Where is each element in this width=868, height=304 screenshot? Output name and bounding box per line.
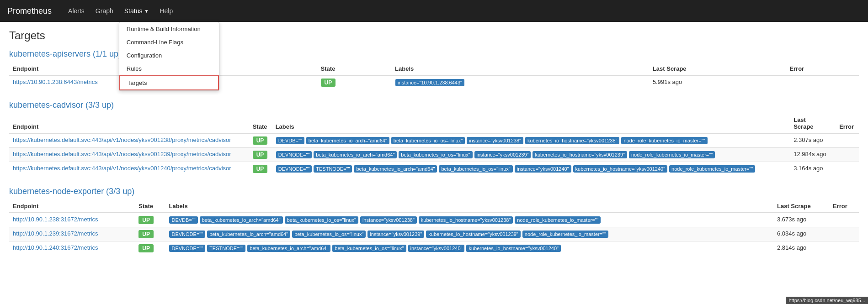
endpoint-link[interactable]: https://kubernetes.default.svc:443/api/v… bbox=[13, 151, 231, 157]
label-tag: node_role_kubernetes_io_master="" bbox=[515, 216, 601, 224]
label-tag: beta_kubernetes_io_os="linux" bbox=[391, 137, 465, 144]
label-tag: beta_kubernetes_io_arch="amd64" bbox=[354, 165, 437, 173]
nav-item-help[interactable]: Help bbox=[154, 0, 178, 22]
label-tag: node_role_kubernetes_io_master="" bbox=[621, 137, 707, 144]
table-row: https://kubernetes.default.svc:443/api/v… bbox=[9, 162, 859, 176]
section-node-exporter-title: kubernetes-node-exporter (3/3 up) bbox=[9, 187, 859, 196]
label-tag: kubernetes_io_hostname="yksv001239" bbox=[533, 151, 627, 158]
dropdown-cmdflags[interactable]: Command-Line Flags bbox=[119, 36, 219, 49]
endpoint-link[interactable]: https://kubernetes.default.svc:443/api/v… bbox=[13, 165, 231, 172]
node-exporter-table: Endpoint State Labels Last Scrape Error … bbox=[9, 200, 859, 255]
label-tag: TESTNODE="" bbox=[314, 165, 352, 173]
navbar: Prometheus Alerts Graph Status ▼ Runtime… bbox=[0, 0, 868, 22]
table-row: https://kubernetes.default.svc:443/api/v… bbox=[9, 148, 859, 162]
col-state-1: State bbox=[317, 63, 392, 75]
col-error-3: Error bbox=[829, 200, 859, 213]
label-tag: instance="yksv001238" bbox=[360, 216, 417, 224]
label-tag: instance="yksv001239" bbox=[474, 151, 531, 158]
table-row: http://10.90.1.238:31672/metricsUPDEVDB=… bbox=[9, 213, 859, 227]
nav-item-alerts[interactable]: Alerts bbox=[63, 0, 90, 22]
label-tag: DEVDB="" bbox=[276, 137, 304, 144]
last-scrape: 2.307s ago bbox=[790, 133, 836, 148]
label-tag: kubernetes_io_hostname="yksv001240" bbox=[466, 245, 560, 252]
nav-item-status[interactable]: Status ▼ Runtime & Build Information Com… bbox=[119, 0, 154, 22]
section-cadvisor-title: kubernetes-cadvisor (3/3 up) bbox=[9, 100, 859, 110]
nav-item-graph[interactable]: Graph bbox=[90, 0, 119, 22]
nav-status-label: Status bbox=[124, 7, 143, 15]
endpoint-link[interactable]: http://10.90.1.238:31672/metrics bbox=[13, 216, 98, 223]
dropdown-runtime[interactable]: Runtime & Build Information bbox=[119, 22, 219, 36]
label-tag: kubernetes_io_hostname="yksv001240" bbox=[573, 165, 667, 173]
state-badge: UP bbox=[253, 151, 268, 159]
dropdown-targets[interactable]: Targets bbox=[119, 75, 219, 90]
last-scrape: 6.034s ago bbox=[773, 227, 829, 241]
col-lastscrape-3: Last Scrape bbox=[773, 200, 829, 213]
status-dropdown: Runtime & Build Information Command-Line… bbox=[119, 22, 219, 91]
dropdown-configuration[interactable]: Configuration bbox=[119, 49, 219, 62]
label-tag: kubernetes_io_hostname="yksv001239" bbox=[426, 231, 520, 238]
col-error-1: Error bbox=[786, 63, 859, 75]
state-badge: UP bbox=[138, 244, 154, 252]
label-tag: beta_kubernetes_io_os="linux" bbox=[292, 231, 366, 238]
section-node-exporter: kubernetes-node-exporter (3/3 up) Endpoi… bbox=[9, 187, 859, 255]
col-state-2: State bbox=[249, 114, 272, 133]
error-cell bbox=[829, 241, 859, 256]
cadvisor-table: Endpoint State Labels LastScrape Error h… bbox=[9, 114, 859, 176]
last-scrape: 2.814s ago bbox=[773, 241, 829, 256]
endpoint-link[interactable]: http://10.90.1.239:31672/metrics bbox=[13, 230, 98, 237]
col-lastscrape-1: Last Scrape bbox=[649, 63, 786, 75]
error-cell bbox=[836, 133, 859, 148]
label-tag: beta_kubernetes_io_arch="amd64" bbox=[306, 137, 389, 144]
endpoint-link[interactable]: https://kubernetes.default.svc:443/api/v… bbox=[13, 136, 231, 143]
label-tag: DEVNODE="" bbox=[276, 165, 312, 173]
label-tag: beta_kubernetes_io_arch="amd64" bbox=[314, 151, 397, 158]
label-tag: beta_kubernetes_io_os="linux" bbox=[399, 151, 472, 158]
section-cadvisor: kubernetes-cadvisor (3/3 up) Endpoint St… bbox=[9, 100, 859, 176]
label-tag: TESTNODE="" bbox=[207, 245, 245, 252]
state-badge: UP bbox=[321, 79, 336, 87]
state-badge: UP bbox=[138, 216, 154, 224]
col-endpoint-2: Endpoint bbox=[9, 114, 249, 133]
label-tag: beta_kubernetes_io_arch="amd64" bbox=[207, 231, 290, 238]
label-tag: beta_kubernetes_io_arch="amd64" bbox=[200, 216, 283, 224]
col-endpoint-3: Endpoint bbox=[9, 200, 135, 213]
last-scrape: 5.991s ago bbox=[649, 75, 786, 89]
label-tag: node_role_kubernetes_io_master="" bbox=[522, 231, 608, 238]
label-tag: instance="10.90.1.238:6443" bbox=[395, 79, 464, 86]
endpoint-link[interactable]: https://10.90.1.238:6443/metrics bbox=[13, 79, 98, 85]
state-badge: UP bbox=[253, 165, 268, 173]
label-tag: instance="yksv001239" bbox=[367, 231, 424, 238]
label-tag: instance="yksv001240" bbox=[408, 245, 465, 252]
label-tag: DEVNODE="" bbox=[169, 245, 205, 252]
table-row: http://10.90.1.239:31672/metricsUPDEVNOD… bbox=[9, 227, 859, 241]
endpoint-link[interactable]: http://10.90.1.240:31672/metrics bbox=[13, 244, 98, 251]
label-tag: kubernetes_io_hostname="yksv001238" bbox=[419, 216, 513, 224]
col-labels-1: Labels bbox=[391, 63, 649, 75]
label-tag: beta_kubernetes_io_os="linux" bbox=[439, 165, 512, 173]
label-tag: DEVDB="" bbox=[169, 216, 197, 224]
last-scrape: 3.164s ago bbox=[790, 162, 836, 176]
label-tag: beta_kubernetes_io_arch="amd64" bbox=[247, 245, 330, 252]
col-labels-3: Labels bbox=[165, 200, 773, 213]
label-tag: beta_kubernetes_io_os="linux" bbox=[285, 216, 358, 224]
col-labels-2: Labels bbox=[272, 114, 790, 133]
label-tag: beta_kubernetes_io_os="linux" bbox=[332, 245, 406, 252]
label-tag: node_role_kubernetes_io_master="" bbox=[669, 165, 755, 173]
label-tag: node_role_kubernetes_io_master="" bbox=[629, 151, 715, 158]
nav-brand: Prometheus bbox=[7, 6, 52, 16]
state-badge: UP bbox=[253, 136, 268, 145]
label-tag: DEVNODE="" bbox=[169, 231, 205, 238]
dropdown-rules[interactable]: Rules bbox=[119, 62, 219, 75]
label-tag: instance="yksv001240" bbox=[515, 165, 571, 173]
col-lastscrape-2: LastScrape bbox=[790, 114, 836, 133]
error-cell bbox=[836, 148, 859, 162]
status-caret-icon: ▼ bbox=[144, 9, 149, 14]
error-cell bbox=[786, 75, 859, 89]
error-cell bbox=[829, 213, 859, 227]
error-cell bbox=[836, 162, 859, 176]
col-error-2: Error bbox=[836, 114, 859, 133]
last-scrape: 12.984s ago bbox=[790, 148, 836, 162]
col-state-3: State bbox=[135, 200, 165, 213]
label-tag: DEVNODE="" bbox=[276, 151, 312, 158]
last-scrape: 3.673s ago bbox=[773, 213, 829, 227]
